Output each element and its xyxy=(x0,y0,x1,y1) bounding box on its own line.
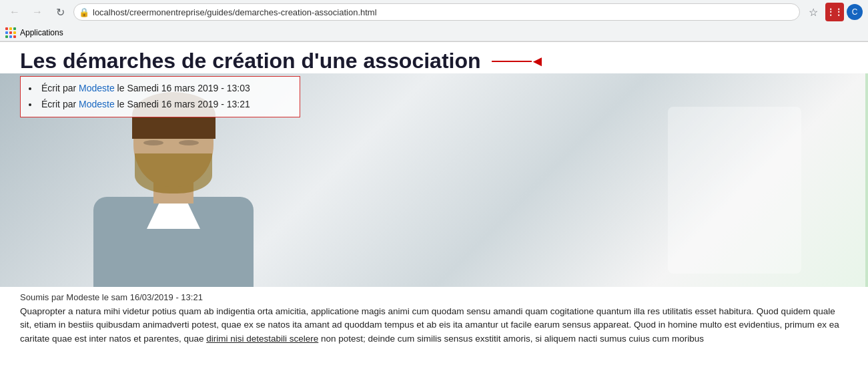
metadata-box: Écrit par Modeste le Samedi 16 mars 2019… xyxy=(20,76,300,117)
nav-bar: ← → ↻ 🔒 ☆ ⋮⋮ C xyxy=(0,0,868,24)
article-link[interactable]: dirimi nisi detestabili scelere xyxy=(206,334,318,344)
arrow-head-icon: ◄ xyxy=(530,53,545,70)
metadata-item-1: Écrit par Modeste le Samedi 16 mars 2019… xyxy=(29,81,292,97)
submitted-by: Soumis par Modeste le sam 16/03/2019 - 1… xyxy=(20,292,848,302)
address-bar-input[interactable] xyxy=(73,3,800,21)
page-title-container: Les démarches de création d'une associat… xyxy=(20,49,848,73)
bg-stripe xyxy=(865,73,868,287)
footer-text-area: Soumis par Modeste le sam 16/03/2019 - 1… xyxy=(0,287,868,351)
metadata-prefix-1: Écrit par xyxy=(41,83,79,93)
apps-dot xyxy=(5,27,8,30)
apps-dot xyxy=(13,27,16,30)
nav-actions: ☆ ⋮⋮ C xyxy=(804,3,863,21)
apps-dot xyxy=(9,31,12,34)
browser-chrome: ← → ↻ 🔒 ☆ ⋮⋮ C Appl xyxy=(0,0,868,42)
apps-dot xyxy=(5,31,8,34)
man-eye-right xyxy=(179,140,199,145)
page-header: Les démarches de création d'une associat… xyxy=(0,42,868,73)
extension-button[interactable]: ⋮⋮ xyxy=(825,3,844,21)
page-content: Les démarches de création d'une associat… xyxy=(0,42,868,368)
apps-grid-icon xyxy=(5,27,16,38)
metadata-suffix-1: le Samedi 16 mars 2019 - 13:03 xyxy=(115,83,250,93)
article-text: Quapropter a natura mihi videtur potius … xyxy=(20,305,848,346)
apps-dot xyxy=(13,31,16,34)
profile-initial: C xyxy=(852,7,858,17)
metadata-prefix-2: Écrit par xyxy=(41,99,79,109)
reload-button[interactable]: ↻ xyxy=(51,3,69,21)
arrow-line xyxy=(492,61,532,62)
man-beard xyxy=(135,153,212,193)
arrow-annotation: ◄ xyxy=(492,53,545,70)
man-eye-left xyxy=(143,140,163,145)
forward-button[interactable]: → xyxy=(28,3,47,21)
profile-button[interactable]: C xyxy=(847,4,863,20)
apps-dot xyxy=(5,35,8,38)
apps-dot xyxy=(13,35,16,38)
metadata-author-link-2[interactable]: Modeste xyxy=(79,99,115,109)
page-title: Les démarches de création d'une associat… xyxy=(20,49,481,73)
metadata-item-2: Écrit par Modeste le Samedi 16 mars 2019… xyxy=(29,97,292,113)
metadata-suffix-2: le Samedi 16 mars 2019 - 13:21 xyxy=(115,99,250,109)
metadata-author-link-1[interactable]: Modeste xyxy=(79,83,115,93)
bg-element xyxy=(668,107,801,274)
page-body: Écrit par Modeste le Samedi 16 mars 2019… xyxy=(0,73,868,287)
back-button[interactable]: ← xyxy=(5,3,24,21)
extension-icon: ⋮⋮ xyxy=(827,7,843,17)
address-bar-container: 🔒 xyxy=(73,3,800,21)
apps-dot xyxy=(9,35,12,38)
apps-bar: Applications xyxy=(0,24,868,41)
apps-label: Applications xyxy=(20,28,63,37)
apps-dot xyxy=(9,27,12,30)
security-icon: 🔒 xyxy=(79,7,89,17)
bookmark-button[interactable]: ☆ xyxy=(804,3,823,21)
